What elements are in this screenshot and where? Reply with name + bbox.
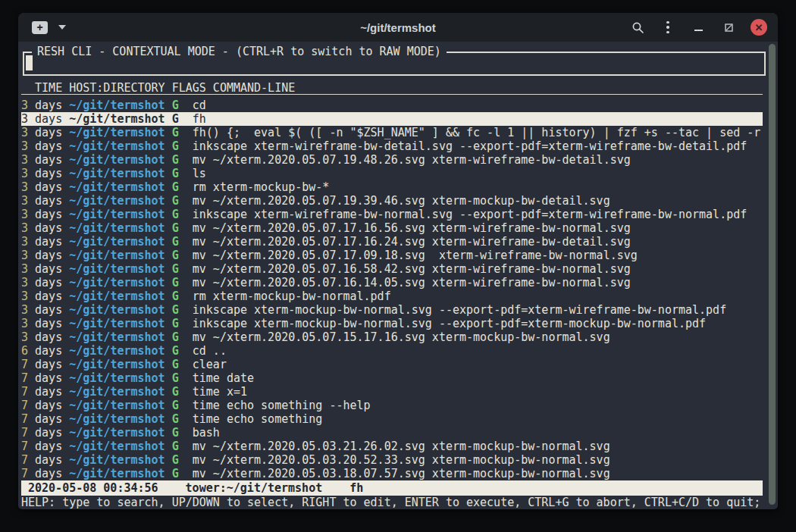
restore-icon <box>724 23 734 33</box>
restore-button[interactable] <box>720 19 737 36</box>
close-icon: ✕ <box>755 23 763 33</box>
cell-flags: G <box>172 399 179 412</box>
history-row[interactable]: 3 days ~/git/termshot G rm xterm-mockup-… <box>21 180 763 194</box>
terminal-screen: RESH CLI - CONTEXTUAL MODE - (CTRL+R to … <box>18 42 778 509</box>
cell-time-number: 3 <box>21 221 28 235</box>
history-row[interactable]: 3 days ~/git/termshot G mv ~/xterm.2020.… <box>21 235 763 249</box>
cell-command: mv ~/xterm.2020.05.07.17.09.18.svg xterm… <box>193 249 638 262</box>
history-row[interactable]: 3 days ~/git/termshot G ls <box>21 167 763 180</box>
cell-time-number: 3 <box>21 317 28 330</box>
history-row[interactable]: 7 days ~/git/termshot G time echo someth… <box>21 412 763 426</box>
history-row[interactable]: 7 days ~/git/termshot G mv ~/xterm.2020.… <box>21 453 763 467</box>
history-row[interactable]: 7 days ~/git/termshot G time date <box>21 371 763 385</box>
cell-command: bash <box>193 426 220 440</box>
cell-command: inkscape xterm-mockup-bw-normal.svg --ex… <box>193 303 726 317</box>
cell-command: rm xterm-mockup-bw-normal.pdf <box>193 289 391 303</box>
cell-command: mv ~/xterm.2020.05.07.19.48.26.svg xterm… <box>193 153 631 167</box>
history-row[interactable]: 3 days ~/git/termshot G fh() {; eval $( … <box>21 126 763 139</box>
cell-directory: ~/git/termshot <box>69 426 165 440</box>
history-row[interactable]: 3 days ~/git/termshot G mv ~/xterm.2020.… <box>21 249 763 262</box>
cell-flags: G <box>172 99 179 112</box>
close-button[interactable]: ✕ <box>751 19 767 36</box>
cell-time-number: 7 <box>21 385 28 399</box>
cell-flags: G <box>172 221 179 235</box>
cell-time-number: 3 <box>21 194 28 208</box>
cell-command: time x=1 <box>193 385 247 399</box>
cell-time-number: 3 <box>21 153 28 167</box>
plus-icon: + <box>36 22 42 33</box>
cell-directory: ~/git/termshot <box>69 167 165 180</box>
resh-search-input[interactable]: RESH CLI - CONTEXTUAL MODE - (CTRL+R to … <box>23 52 766 76</box>
history-row[interactable]: 7 days ~/git/termshot G time x=1 <box>21 385 763 399</box>
cell-flags: G <box>172 235 179 249</box>
resh-mode-label: RESH CLI - CONTEXTUAL MODE - (CTRL+R to … <box>32 45 447 58</box>
cell-time-number: 7 <box>21 440 28 453</box>
history-row[interactable]: 3 days ~/git/termshot G rm xterm-mockup-… <box>21 289 763 303</box>
text-cursor <box>26 55 33 70</box>
history-row[interactable]: 7 days ~/git/termshot G clear <box>21 358 763 371</box>
cell-directory: ~/git/termshot <box>69 249 165 262</box>
cell-flags: G <box>172 358 179 371</box>
cell-flags: G <box>172 112 179 126</box>
search-button[interactable] <box>629 19 646 36</box>
history-row[interactable]: 3 days ~/git/termshot G mv ~/xterm.2020.… <box>21 330 763 344</box>
cell-flags: G <box>172 208 179 221</box>
titlebar[interactable]: ~/git/termshot + <box>18 13 778 42</box>
history-row[interactable]: 3 days ~/git/termshot G mv ~/xterm.2020.… <box>21 221 763 235</box>
history-row[interactable]: 7 days ~/git/termshot G mv ~/xterm.2020.… <box>21 440 763 453</box>
history-row[interactable]: 3 days ~/git/termshot G inkscape xterm-m… <box>21 317 763 330</box>
menu-button[interactable] <box>660 19 676 36</box>
cell-directory: ~/git/termshot <box>69 399 165 412</box>
cell-directory: ~/git/termshot <box>69 412 165 426</box>
history-row[interactable]: 7 days ~/git/termshot G mv ~/xterm.2020.… <box>21 467 763 480</box>
history-row[interactable]: 7 days ~/git/termshot G time echo someth… <box>21 399 763 412</box>
history-row[interactable]: 3 days ~/git/termshot G cd <box>21 99 763 112</box>
cell-time-number: 3 <box>21 208 28 221</box>
minimize-icon <box>694 30 703 31</box>
cell-command: clear <box>193 358 227 371</box>
cell-directory: ~/git/termshot <box>69 344 165 358</box>
history-row[interactable]: 7 days ~/git/termshot G bash <box>21 426 763 440</box>
cell-command: mv ~/xterm.2020.05.03.18.07.57.svg xterm… <box>193 467 610 480</box>
cell-directory: ~/git/termshot <box>69 276 165 289</box>
scrollbar-thumb[interactable] <box>769 44 776 505</box>
cell-command: fh <box>193 112 206 126</box>
cell-time-number: 3 <box>21 262 28 276</box>
cell-flags: G <box>172 426 179 440</box>
chevron-down-icon[interactable] <box>58 25 66 30</box>
cell-directory: ~/git/termshot <box>69 440 165 453</box>
history-row[interactable]: 3 days ~/git/termshot G fh <box>21 112 763 126</box>
new-tab-button[interactable]: + <box>32 21 48 34</box>
cell-flags: G <box>172 139 179 153</box>
status-bar: 2020-05-08 00:34:56tower:~/git/termshotf… <box>21 480 763 496</box>
cell-flags: G <box>172 303 179 317</box>
cell-time-number: 3 <box>21 180 28 194</box>
kebab-menu-icon <box>666 21 669 34</box>
history-row[interactable]: 3 days ~/git/termshot G inkscape xterm-w… <box>21 208 763 221</box>
cell-directory: ~/git/termshot <box>69 139 165 153</box>
history-row[interactable]: 3 days ~/git/termshot G mv ~/xterm.2020.… <box>21 194 763 208</box>
cell-time-number: 7 <box>21 358 28 371</box>
history-row[interactable]: 3 days ~/git/termshot G mv ~/xterm.2020.… <box>21 153 763 167</box>
history-row[interactable]: 3 days ~/git/termshot G mv ~/xterm.2020.… <box>21 262 763 276</box>
cell-time-number: 7 <box>21 399 28 412</box>
cell-command: inkscape xterm-mockup-bw-normal.svg --ex… <box>193 317 706 330</box>
cell-command: ls <box>193 167 206 180</box>
history-row[interactable]: 3 days ~/git/termshot G inkscape xterm-m… <box>21 303 763 317</box>
cell-directory: ~/git/termshot <box>69 235 165 249</box>
cell-flags: G <box>172 440 179 453</box>
cell-time-number: 3 <box>21 249 28 262</box>
minimize-button[interactable] <box>690 19 707 36</box>
cell-command: time date <box>193 371 254 385</box>
cell-directory: ~/git/termshot <box>69 194 165 208</box>
history-row[interactable]: 3 days ~/git/termshot G mv ~/xterm.2020.… <box>21 276 763 289</box>
history-row[interactable]: 6 days ~/git/termshot G cd .. <box>21 344 763 358</box>
status-location: tower:~/git/termshot <box>186 481 323 495</box>
cell-flags: G <box>172 330 179 344</box>
history-row[interactable]: 3 days ~/git/termshot G inkscape xterm-w… <box>21 139 763 153</box>
cell-time-number: 3 <box>21 99 28 112</box>
status-datetime: 2020-05-08 00:34:56 <box>28 481 158 495</box>
cell-command: cd .. <box>193 344 227 358</box>
cell-command: rm xterm-mockup-bw-* <box>193 180 330 194</box>
cell-flags: G <box>172 289 179 303</box>
